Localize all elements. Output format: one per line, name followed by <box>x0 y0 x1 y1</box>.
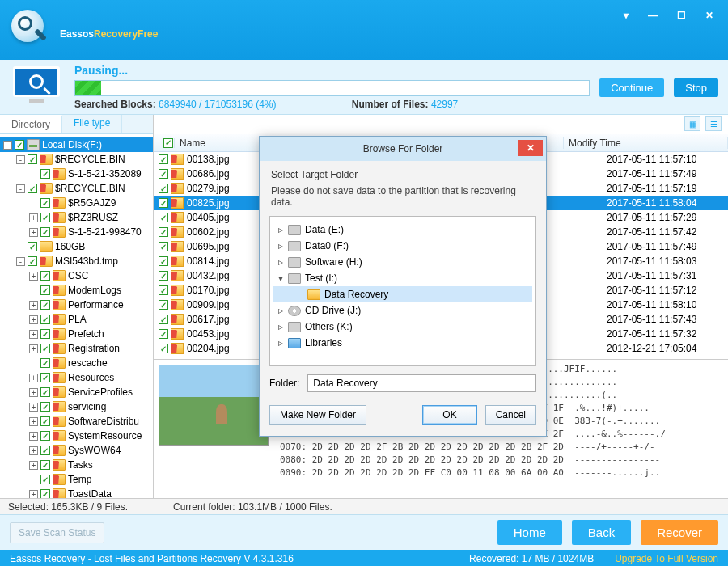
dialog-tree-item[interactable]: Data Recovery <box>273 286 532 302</box>
minimize-icon[interactable]: — <box>648 10 658 21</box>
jpg-icon <box>171 328 184 340</box>
tree-item[interactable]: +Tasks <box>0 458 153 472</box>
preview-image <box>159 365 269 446</box>
dialog-folder-tree[interactable]: ▹Data (E:)▹Data0 (F:)▹Software (H:)▾Test… <box>269 216 536 366</box>
jpg-icon <box>171 197 184 209</box>
tree-item[interactable]: $R5GAJZ9 <box>0 196 153 210</box>
tree-item[interactable]: +ServiceProfiles <box>0 385 153 399</box>
dialog-tree-item[interactable]: ▾Test (I:) <box>273 270 532 286</box>
save-scan-button: Save Scan Status <box>10 522 104 543</box>
menu-icon[interactable]: ▾ <box>624 10 629 21</box>
scan-pane: Pausing... Continue Stop Searched Blocks… <box>0 60 728 115</box>
upgrade-link[interactable]: Upgrade To Full Version <box>615 553 718 564</box>
left-tabs: Directory File type <box>0 115 153 134</box>
back-button[interactable]: Back <box>572 520 631 545</box>
cancel-button[interactable]: Cancel <box>485 405 536 424</box>
continue-button[interactable]: Continue <box>599 78 664 97</box>
tree-item[interactable]: +Performance <box>0 298 153 312</box>
footer: Save Scan Status Home Back Recover <box>0 514 728 550</box>
scan-progressbar <box>74 80 590 96</box>
close-icon[interactable]: ✕ <box>705 10 713 21</box>
dialog-close-icon[interactable]: ✕ <box>518 140 543 156</box>
tree-item[interactable]: -$RECYCLE.BIN <box>0 181 153 196</box>
tree-item[interactable]: +Registration <box>0 341 153 356</box>
tree-item[interactable]: -$RECYCLE.BIN <box>0 152 153 167</box>
view-list-icon[interactable]: ☰ <box>705 116 722 131</box>
file-checkbox[interactable] <box>159 285 168 295</box>
tab-filetype[interactable]: File type <box>62 115 122 133</box>
dialog-tree-item[interactable]: ▹Others (K:) <box>273 319 532 335</box>
app-logo <box>11 10 52 50</box>
col-mtime[interactable]: Modify Time <box>564 137 728 149</box>
bottombar: Eassos Recovery - Lost Files and Partiti… <box>0 550 728 566</box>
tree-item[interactable]: 160GB <box>0 239 153 254</box>
dialog-tree-item[interactable]: ▹Software (H:) <box>273 254 532 270</box>
directory-tree[interactable]: -Local Disk(F:)-$RECYCLE.BINS-1-5-21-352… <box>0 134 153 498</box>
file-checkbox[interactable] <box>159 344 168 353</box>
view-grid-icon[interactable]: ▦ <box>684 116 700 131</box>
tree-item[interactable]: +PLA <box>0 312 153 327</box>
file-checkbox[interactable] <box>159 271 168 281</box>
file-checkbox[interactable] <box>159 184 168 193</box>
scan-stats: Searched Blocks: 6849940 / 171053196 (4%… <box>74 99 718 110</box>
tree-item[interactable]: +S-1-5-21-998470 <box>0 225 153 239</box>
preview-pane <box>154 360 273 481</box>
status-selected: Selected: 165.3KB / 9 Files. <box>8 501 173 513</box>
file-checkbox[interactable] <box>159 256 168 266</box>
jpg-icon <box>171 299 184 310</box>
jpg-icon <box>171 270 184 281</box>
tree-item[interactable]: +CSC <box>0 268 153 283</box>
tree-item[interactable]: ModemLogs <box>0 283 153 298</box>
file-checkbox[interactable] <box>159 154 168 164</box>
folder-input[interactable] <box>307 374 536 392</box>
checkbox-all[interactable] <box>163 138 173 148</box>
tree-item[interactable]: S-1-5-21-352089 <box>0 167 153 181</box>
dialog-tree-item[interactable]: ▹Data (E:) <box>273 222 532 238</box>
file-checkbox[interactable] <box>159 242 168 251</box>
file-checkbox[interactable] <box>159 213 168 222</box>
file-checkbox[interactable] <box>159 300 168 310</box>
home-button[interactable]: Home <box>497 520 562 545</box>
jpg-icon <box>171 212 184 223</box>
tree-item[interactable]: +servicing <box>0 399 153 414</box>
tree-item[interactable]: +Prefetch <box>0 327 153 341</box>
jpg-icon <box>171 285 184 296</box>
dialog-tree-item[interactable]: ▹Libraries <box>273 335 532 351</box>
dialog-title: Browse For Folder ✕ <box>260 137 546 161</box>
file-checkbox[interactable] <box>159 198 168 208</box>
maximize-icon[interactable]: ☐ <box>677 10 686 21</box>
tree-item[interactable]: +SystemResource <box>0 429 153 443</box>
jpg-icon <box>171 256 184 267</box>
tree-item[interactable]: +SysWOW64 <box>0 443 153 458</box>
tree-item[interactable]: rescache <box>0 356 153 370</box>
dialog-tree-item[interactable]: ▹CD Drive (J:) <box>273 302 532 319</box>
browse-folder-dialog: Browse For Folder ✕ Select Target Folder… <box>259 136 547 437</box>
titlebar: EassosRecoveryFree ▾ — ☐ ✕ <box>0 0 728 60</box>
file-checkbox[interactable] <box>159 169 168 179</box>
app-version: Eassos Recovery - Lost Files and Partiti… <box>10 553 294 564</box>
app-brand: EassosRecoveryFree <box>60 18 158 43</box>
jpg-icon <box>171 168 184 180</box>
jpg-icon <box>171 154 184 165</box>
ok-button[interactable]: OK <box>422 405 476 424</box>
tree-item[interactable]: +SoftwareDistribu <box>0 414 153 429</box>
file-checkbox[interactable] <box>159 315 168 324</box>
stop-button[interactable]: Stop <box>674 78 718 97</box>
tree-item[interactable]: Temp <box>0 472 153 487</box>
tree-item[interactable]: +$RZ3RUSZ <box>0 210 153 225</box>
jpg-icon <box>171 183 184 194</box>
monitor-icon <box>10 66 63 108</box>
dialog-tree-item[interactable]: ▹Data0 (F:) <box>273 238 532 254</box>
recover-button[interactable]: Recover <box>641 520 718 545</box>
scan-status: Pausing... <box>74 64 718 77</box>
file-checkbox[interactable] <box>159 329 168 339</box>
tree-item[interactable]: -MSI543bd.tmp <box>0 254 153 268</box>
tree-item[interactable]: +Resources <box>0 370 153 385</box>
tab-directory[interactable]: Directory <box>0 115 62 133</box>
jpg-icon <box>171 226 184 238</box>
dialog-subtitle: Select Target Folder <box>260 161 546 185</box>
make-new-folder-button[interactable]: Make New Folder <box>269 405 366 424</box>
file-checkbox[interactable] <box>159 227 168 237</box>
tree-item[interactable]: -Local Disk(F:) <box>0 137 153 152</box>
tree-item[interactable]: +ToastData <box>0 487 153 498</box>
